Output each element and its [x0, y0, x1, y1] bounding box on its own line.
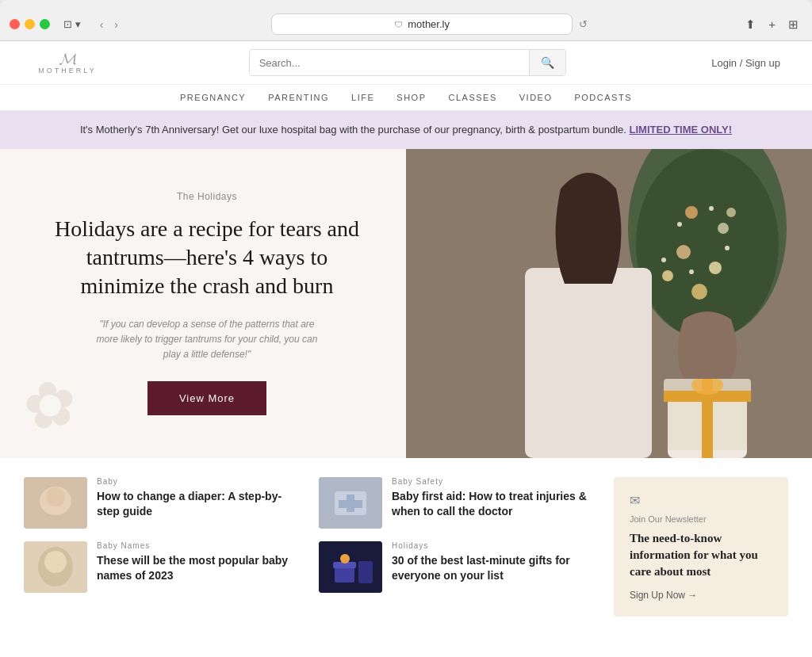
- hero-cta-button[interactable]: View More: [147, 381, 266, 415]
- logo-icon: 𝓜: [32, 51, 103, 67]
- articles-section: Baby How to change a diaper: A step-by-s…: [0, 458, 812, 636]
- nav-item-life[interactable]: LIFE: [351, 93, 374, 102]
- minimize-button[interactable]: [25, 19, 35, 29]
- svg-point-29: [44, 551, 67, 573]
- articles-right-column: Baby Safety Baby first aid: How to treat…: [319, 477, 598, 617]
- article-category: Baby Safety: [392, 477, 598, 486]
- article-category: Baby: [97, 477, 303, 486]
- article-info: Holidays 30 of the best last-minute gift…: [392, 541, 598, 584]
- svg-rect-16: [525, 268, 652, 458]
- svg-point-9: [662, 270, 673, 281]
- newsletter-title: The need-to-know information for what yo…: [630, 530, 772, 580]
- svg-point-7: [726, 208, 736, 217]
- traffic-lights: [10, 19, 50, 29]
- newsletter-icon: ✉: [630, 493, 772, 508]
- svg-point-11: [709, 206, 714, 211]
- article-thumbnail: [319, 541, 382, 593]
- share-button[interactable]: ⬆: [741, 15, 760, 34]
- article-item[interactable]: Baby Safety Baby first aid: How to treat…: [319, 477, 598, 529]
- article-thumbnail: [24, 541, 87, 593]
- back-button[interactable]: ‹: [96, 16, 108, 33]
- hero-watermark: ✿: [17, 364, 82, 445]
- svg-point-13: [689, 269, 694, 274]
- svg-point-3: [685, 206, 698, 219]
- hero-quote: "If you can develop a sense of the patte…: [96, 317, 318, 363]
- article-title: How to change a diaper: A step-by-step g…: [97, 489, 303, 520]
- sidebar-toggle-button[interactable]: ⊡ ▾: [59, 16, 85, 32]
- search-input-wrap: 🔍: [249, 49, 566, 76]
- hero-section: ✿ The Holidays Holidays are a recipe for…: [0, 149, 812, 458]
- nav-item-video[interactable]: VIDEO: [519, 93, 553, 102]
- browser-navigation: ‹ ›: [96, 16, 122, 33]
- nav-item-parenting[interactable]: PARENTING: [268, 93, 329, 102]
- article-title: Baby first aid: How to treat injuries & …: [392, 489, 598, 520]
- article-title: 30 of the best last-minute gifts for eve…: [392, 553, 598, 584]
- svg-point-10: [677, 222, 682, 227]
- maximize-button[interactable]: [40, 19, 50, 29]
- forward-button[interactable]: ›: [110, 16, 122, 33]
- close-button[interactable]: [10, 19, 20, 29]
- url-text: mother.ly: [408, 18, 450, 30]
- search-area: 🔍: [249, 49, 566, 76]
- search-button[interactable]: 🔍: [529, 50, 565, 75]
- address-bar[interactable]: 🛡 mother.ly: [271, 13, 573, 35]
- new-tab-button[interactable]: +: [764, 15, 779, 33]
- svg-rect-37: [358, 561, 373, 583]
- articles-left-column: Baby How to change a diaper: A step-by-s…: [24, 477, 303, 617]
- svg-point-12: [725, 246, 730, 250]
- newsletter-label: Join Our Newsletter: [630, 514, 772, 524]
- newsletter-box: ✉ Join Our Newsletter The need-to-know i…: [614, 477, 788, 617]
- website-content: 𝓜 MOTHERLY 🔍 Login / Sign up PREGNANCY P…: [0, 41, 812, 657]
- article-info: Baby Names These will be the most popula…: [97, 541, 303, 584]
- login-signup-button[interactable]: Login / Sign up: [711, 57, 780, 69]
- promo-text: It's Motherly's 7th Anniversary! Get our…: [80, 124, 626, 136]
- svg-point-14: [661, 258, 666, 262]
- reload-button[interactable]: ↺: [579, 18, 588, 30]
- hero-text: ✿ The Holidays Holidays are a recipe for…: [0, 149, 406, 458]
- hero-title: Holidays are a recipe for tears and tant…: [48, 215, 366, 301]
- site-nav: PREGNANCY PARENTING LIFE SHOP CLASSES VI…: [0, 85, 812, 111]
- nav-item-podcasts[interactable]: PODCASTS: [574, 93, 632, 102]
- lock-icon: 🛡: [394, 20, 403, 29]
- browser-chrome: ⊡ ▾ ‹ › 🛡 mother.ly ↺ ⬆ + ⊞: [0, 0, 812, 41]
- article-category: Holidays: [392, 541, 598, 550]
- hero-image: [406, 149, 812, 458]
- svg-rect-33: [339, 500, 362, 508]
- article-item[interactable]: Baby How to change a diaper: A step-by-s…: [24, 477, 303, 529]
- article-category: Baby Names: [97, 541, 303, 550]
- article-info: Baby Safety Baby first aid: How to treat…: [392, 477, 598, 520]
- nav-item-shop[interactable]: SHOP: [396, 93, 426, 102]
- article-thumbnail: [319, 477, 382, 529]
- svg-point-5: [676, 245, 691, 259]
- hero-category: The Holidays: [48, 191, 366, 202]
- promo-cta[interactable]: LIMITED TIME ONLY!: [630, 124, 733, 136]
- site-header: 𝓜 MOTHERLY 🔍 Login / Sign up: [0, 41, 812, 85]
- baby-names-image: [24, 541, 87, 593]
- search-input[interactable]: [250, 51, 529, 75]
- article-item[interactable]: Baby Names These will be the most popula…: [24, 541, 303, 593]
- article-title: These will be the most popular baby name…: [97, 553, 303, 584]
- svg-point-6: [709, 262, 722, 274]
- nav-item-classes[interactable]: CLASSES: [448, 93, 496, 102]
- address-bar-area: 🛡 mother.ly ↺: [128, 13, 730, 35]
- baby-firstaid-image: [319, 477, 382, 529]
- nav-item-pregnancy[interactable]: PREGNANCY: [180, 93, 246, 102]
- svg-point-26: [46, 487, 65, 506]
- promo-banner: It's Motherly's 7th Anniversary! Get our…: [0, 111, 812, 149]
- article-info: Baby How to change a diaper: A step-by-s…: [97, 477, 303, 520]
- article-item[interactable]: Holidays 30 of the best last-minute gift…: [319, 541, 598, 593]
- grid-button[interactable]: ⊞: [784, 15, 802, 34]
- svg-point-2: [636, 149, 779, 339]
- baby-diaper-image: [24, 477, 87, 529]
- svg-point-4: [718, 223, 729, 234]
- svg-point-38: [340, 554, 350, 563]
- gifts-image: [319, 541, 382, 593]
- browser-actions: ⬆ + ⊞: [741, 15, 802, 34]
- svg-point-8: [691, 284, 707, 300]
- hero-photo-svg: [406, 149, 812, 458]
- newsletter-signup-button[interactable]: Sign Up Now →: [630, 590, 772, 601]
- logo-text: MOTHERLY: [32, 67, 103, 74]
- logo[interactable]: 𝓜 MOTHERLY: [32, 51, 103, 74]
- article-thumbnail: [24, 477, 87, 529]
